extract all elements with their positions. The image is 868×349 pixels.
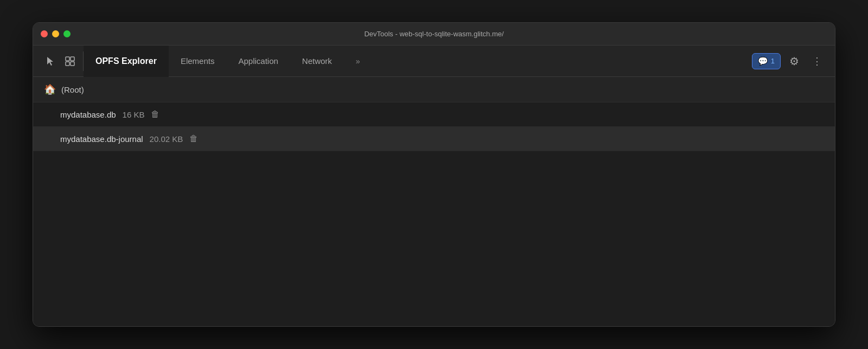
chat-badge-button[interactable]: 💬 1: [752, 53, 781, 69]
more-icon: ⋮: [812, 56, 822, 67]
file-name: mydatabase.db-journal: [60, 134, 143, 144]
layers-icon-button[interactable]: [61, 54, 79, 69]
chat-icon: 💬: [758, 56, 768, 66]
svg-rect-2: [66, 62, 69, 66]
gear-icon: ⚙: [789, 55, 799, 67]
window-title: DevTools - web-sql-to-sqlite-wasm.glitch…: [364, 30, 503, 38]
tab-elements[interactable]: Elements: [169, 46, 227, 77]
list-item[interactable]: mydatabase.db 16 KB 🗑: [33, 102, 835, 127]
more-options-button[interactable]: ⋮: [808, 53, 826, 69]
list-item[interactable]: mydatabase.db-journal 20.02 KB 🗑: [33, 127, 835, 151]
tab-list: OPFS Explorer Elements Application Netwo…: [84, 46, 752, 77]
toolbar-right: 💬 1 ⚙ ⋮: [752, 53, 831, 70]
tab-application[interactable]: Application: [226, 46, 290, 77]
cursor-icon: [45, 56, 56, 67]
tab-network[interactable]: Network: [290, 46, 344, 77]
cursor-icon-button[interactable]: [42, 54, 59, 69]
settings-button[interactable]: ⚙: [785, 53, 803, 70]
layers-icon: [65, 56, 75, 67]
maximize-button[interactable]: [63, 30, 71, 37]
delete-icon[interactable]: 🗑: [189, 134, 198, 144]
toolbar: OPFS Explorer Elements Application Netwo…: [33, 46, 835, 77]
delete-icon[interactable]: 🗑: [151, 109, 159, 119]
file-name: mydatabase.db: [60, 110, 116, 119]
minimize-button[interactable]: [52, 30, 59, 37]
root-label: (Root): [61, 85, 84, 94]
tab-opfs-explorer[interactable]: OPFS Explorer: [84, 46, 169, 77]
title-bar: DevTools - web-sql-to-sqlite-wasm.glitch…: [33, 23, 835, 46]
file-size: 16 KB: [123, 110, 145, 119]
file-tree: 🏠 (Root) mydatabase.db 16 KB 🗑 mydatabas…: [33, 77, 835, 151]
devtools-window: DevTools - web-sql-to-sqlite-wasm.glitch…: [33, 22, 835, 327]
svg-rect-1: [71, 57, 74, 61]
content-area: 🏠 (Root) mydatabase.db 16 KB 🗑 mydatabas…: [33, 77, 835, 326]
svg-rect-0: [66, 57, 69, 61]
svg-rect-3: [71, 62, 74, 66]
file-size: 20.02 KB: [150, 134, 183, 144]
home-icon: 🏠: [44, 83, 56, 95]
tree-root-item[interactable]: 🏠 (Root): [33, 77, 835, 102]
tab-more[interactable]: »: [344, 46, 372, 77]
traffic-lights: [41, 30, 71, 37]
close-button[interactable]: [41, 30, 48, 37]
toolbar-icons: [37, 51, 84, 71]
